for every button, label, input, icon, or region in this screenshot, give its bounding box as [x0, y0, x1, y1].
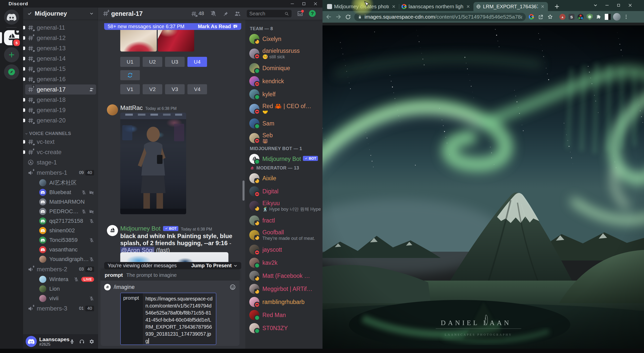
headphones-icon[interactable] [79, 339, 85, 344]
slash-command-hint[interactable]: prompt The prompt to imagine [101, 270, 239, 281]
generated-image[interactable] [158, 27, 194, 52]
minimize-button[interactable] [601, 1, 613, 10]
home-button[interactable] [4, 10, 19, 25]
server-icon-midjourney[interactable]: 5 [4, 30, 19, 45]
maximize-button[interactable] [613, 1, 624, 10]
member-item[interactable]: Aixile BOT [248, 172, 320, 185]
bot-author[interactable]: Midjourney Bot [120, 225, 160, 232]
minimize-button[interactable] [290, 1, 295, 6]
invite-members-icon[interactable] [89, 87, 94, 92]
message-composer[interactable]: /imagine prompt https://images.squarespa… [101, 281, 239, 346]
voice-user-item[interactable]: Bluebeat LIVE [37, 188, 96, 197]
member-item[interactable]: Red 🦀 | CEO of bugs … BOT 🤝 [248, 101, 320, 117]
voice-channel-item[interactable]: stage-1 [25, 157, 96, 167]
extension-icon-s[interactable]: S [567, 12, 576, 21]
tab-close-icon[interactable] [391, 4, 396, 9]
voice-user-item[interactable]: PEDROCOELHO... LIVE [37, 207, 96, 216]
extension-icon-reader[interactable] [603, 12, 612, 21]
tab-close-icon[interactable] [540, 4, 545, 9]
settings-gear-icon[interactable] [89, 339, 95, 344]
extension-icon-shield[interactable] [585, 12, 594, 21]
voice-user-item[interactable]: Wintera LIVE [37, 275, 96, 284]
midjourney-grid-button[interactable]: U1 [120, 57, 140, 67]
voice-channel-item[interactable]: vc-create [25, 147, 96, 157]
bot-avatar[interactable] [107, 225, 118, 236]
voice-channel-item[interactable]: members-2 0340 [25, 264, 96, 274]
voice-channel-item[interactable]: members-1 0940 [25, 168, 96, 178]
channel-item[interactable]: general-17 [25, 84, 96, 95]
member-item[interactable]: Cixelyn BOT [248, 32, 320, 46]
member-item[interactable]: ramblingrhubarb BOT [248, 295, 320, 308]
voice-channel-item[interactable]: vc-text [25, 137, 96, 147]
channel-item[interactable]: general-13 [25, 43, 96, 53]
notifications-muted-icon[interactable] [210, 10, 217, 17]
member-item[interactable]: Seb BOT 🐻 [248, 130, 320, 146]
member-item[interactable]: danielrussruss BOT 🤒 still sick [248, 46, 320, 62]
voice-channel-item[interactable]: members-3 0140 [25, 303, 96, 314]
member-item[interactable]: Dominique BOT [248, 62, 320, 75]
midjourney-grid-button[interactable]: U4 [187, 57, 207, 67]
midjourney-grid-button[interactable]: U3 [165, 57, 185, 67]
member-item[interactable]: Goofball BOT They're made out of meat. [248, 227, 320, 243]
extension-icon-red[interactable]: ▲ [558, 12, 567, 21]
new-tab-button[interactable] [553, 3, 561, 11]
browser-tab[interactable]: LRM_EXPORT_17643678795693 [473, 2, 548, 11]
channel-item[interactable]: general-11 [25, 23, 96, 33]
user-avatar[interactable] [26, 336, 37, 347]
member-list-icon[interactable] [234, 10, 241, 17]
midjourney-grid-button[interactable]: U2 [143, 57, 162, 67]
voice-user-item[interactable]: MattHARMON LIVE [37, 197, 96, 207]
midjourney-grid-button[interactable]: V2 [143, 84, 162, 94]
browser-tab[interactable]: laanscapes northern lights - Goo [399, 2, 473, 11]
pinned-messages-icon[interactable] [222, 10, 229, 17]
maximize-button[interactable] [301, 1, 306, 6]
browser-menu-icon[interactable] [621, 12, 631, 22]
voice-user-item[interactable]: vasanthanc LIVE [37, 245, 96, 254]
midjourney-grid-button[interactable]: V4 [187, 84, 207, 94]
channel-item[interactable]: general-14 [25, 54, 96, 64]
generated-image[interactable] [120, 27, 157, 52]
channel-item[interactable]: general-12 [25, 33, 96, 43]
extensions-puzzle-icon[interactable] [594, 12, 603, 21]
bookmark-star-icon[interactable] [545, 12, 555, 22]
member-item[interactable]: kav2k BOT [248, 256, 320, 269]
member-item[interactable]: Meggirbot | ARTificial… BOT [248, 282, 320, 295]
chat-scrollbar[interactable] [243, 181, 245, 201]
jump-to-present-button[interactable]: Jump To Present [191, 263, 238, 269]
member-item[interactable]: kendrick BOT [248, 75, 320, 88]
member-item[interactable]: jayscott BOT [248, 243, 320, 256]
message-image-selfie[interactable] [120, 113, 186, 214]
avatar[interactable] [107, 104, 118, 115]
message-image-ink[interactable] [120, 252, 228, 262]
midjourney-result-images[interactable] [120, 27, 194, 52]
search-input[interactable]: Search [247, 10, 292, 17]
member-item[interactable]: Matt (Facebook mod) BOT [248, 269, 320, 282]
extension-icon-rgb[interactable] [576, 12, 585, 21]
reload-button[interactable] [343, 12, 353, 22]
channel-item[interactable]: general-20 [25, 115, 96, 125]
address-bar[interactable]: images.squarespace-cdn.com/content/v1/5c… [354, 13, 526, 21]
profile-avatar[interactable] [612, 12, 621, 21]
voice-user-item[interactable]: shinen002 LIVE [37, 226, 96, 235]
reroll-button[interactable] [120, 70, 140, 80]
member-item[interactable]: Sam BOT [248, 117, 320, 130]
voice-user-item[interactable]: Youandigraphics LIVE [37, 254, 96, 264]
member-item[interactable]: kylelf BOT [248, 88, 320, 101]
member-item[interactable]: Red Man BOT [248, 308, 320, 322]
browser-tab[interactable]: Midjourney creates photorealisti [325, 2, 399, 11]
midjourney-grid-button[interactable]: V1 [120, 84, 140, 94]
member-item[interactable]: Eikyuu BOT 🕺 Hype boy 너만 원해 Hype … [248, 198, 320, 214]
inbox-icon[interactable] [297, 10, 304, 17]
close-button[interactable] [313, 1, 318, 6]
voice-user-item[interactable]: Lion LIVE [37, 284, 96, 294]
server-header[interactable]: Midjourney [23, 8, 98, 20]
share-icon[interactable] [536, 12, 545, 22]
member-item[interactable]: Midjourney Bot BOT [248, 152, 320, 165]
prompt-input-value[interactable]: https://images.squarespace-cdn.com/conte… [143, 293, 216, 344]
channel-item[interactable]: general-15 [25, 64, 96, 74]
voice-user-item[interactable]: qq271725158 LIVE [37, 216, 96, 226]
member-item[interactable]: Digital BOT [248, 185, 320, 198]
mark-as-read-button[interactable]: Mark As Read [198, 24, 238, 29]
help-icon[interactable]: ? [309, 10, 316, 17]
back-button[interactable] [324, 12, 334, 22]
